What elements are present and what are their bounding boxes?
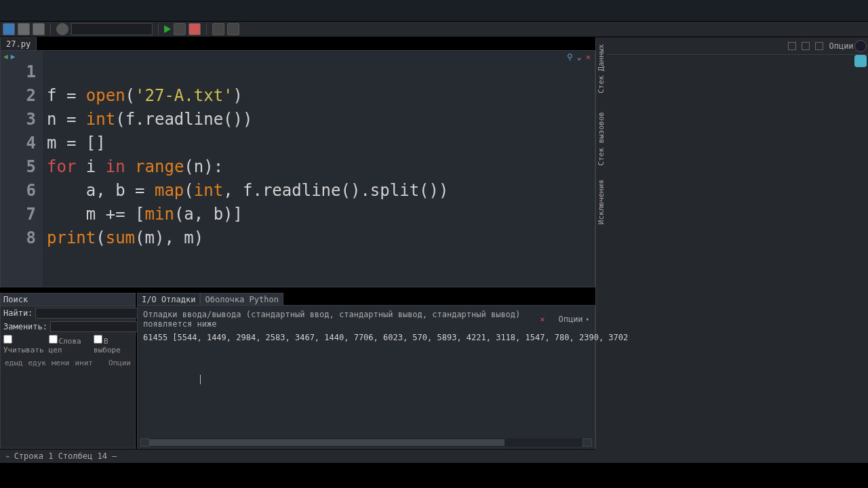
scroll-right-icon[interactable] [583,439,592,447]
toolbar-separator [50,23,51,35]
search-prev-button[interactable]: едыд [3,358,24,368]
find-input[interactable] [35,308,151,319]
step-icon[interactable] [227,23,239,35]
file-tab[interactable]: 27.py [0,37,37,50]
code-line: n = int(f.readline()) [47,110,252,129]
code-area[interactable]: f = open('27-A.txt') n = int(f.readline(… [43,51,595,287]
tab-call-stack[interactable]: Стек вызовов [597,112,606,165]
toolbar-separator [206,23,207,35]
replace-label: Заменить: [3,322,47,331]
search-panel: Поиск Найти: Заменить: Учитывать Слова ц… [0,293,136,449]
tool-icon[interactable] [854,55,867,67]
run-icon[interactable] [164,25,171,33]
debug-output-text[interactable]: 61455 [5544, 1449, 2984, 2583, 3467, 144… [143,333,589,342]
tab-exceptions[interactable]: Исключения [597,180,606,224]
nav-back-icon[interactable]: ◀ [3,52,8,61]
letterbox-bottom [0,463,868,488]
tab-debug-io[interactable]: I/O Отладки [137,293,200,306]
code-editor[interactable]: ◀ ▶ ⚲ ⌄ ✕ 12345678 f = open('27-A.txt') … [0,50,595,287]
line-gutter: 12345678 [1,51,43,287]
debug-options-button[interactable]: Опции [558,314,583,324]
code-line: m += [min(a, b)] [47,205,243,224]
far-right-toolbar [854,37,868,78]
chk-case[interactable]: Учитывать [3,335,46,354]
search-icon[interactable] [56,23,68,35]
code-line: a, b = map(int, f.readline().split()) [47,181,448,200]
bottom-tab-bar: I/O Отладки Оболочка Python [137,293,283,306]
bug-icon[interactable] [189,23,201,35]
save-all-icon[interactable] [33,23,45,35]
right-panel-body [606,55,868,461]
right-panel-header: Опции ▾ [606,37,868,55]
chevron-down-icon[interactable]: ▾ [586,316,589,323]
open-icon[interactable] [3,23,15,35]
debug-io-panel: Отладки ввода/вывода (стандартный ввод, … [137,305,595,449]
code-line: print(sum(m), m) [47,228,203,247]
clear-icon[interactable]: ✕ [540,314,545,324]
code-line: for i in range(n): [47,157,223,176]
right-sidebar-tabs: Стек Данных Стек вызовов Исключения [595,37,606,461]
bug-icon: ⌁ [5,452,10,461]
replace-button[interactable]: мени [50,358,71,368]
panel-icon[interactable] [788,42,796,50]
save-icon[interactable] [18,23,30,35]
options-button[interactable]: Опции [829,41,853,51]
status-bar: ⌁ Строка 1 Столбец 14 – [0,449,868,463]
tab-data-stack[interactable]: Стек Данных [597,44,606,94]
debug-icon[interactable] [174,23,186,35]
cursor-position: Строка 1 Столбец 14 – [14,451,117,461]
debug-header-text: Отладки ввода/вывода (стандартный ввод, … [143,310,540,329]
code-line: f = open('27-A.txt') [47,86,243,105]
main-toolbar [0,22,868,37]
search-next-button[interactable]: едук [27,358,48,368]
find-label: Найти: [3,308,33,318]
init-button[interactable]: инит [74,358,95,368]
panel-icon[interactable] [802,42,810,50]
pen-icon[interactable] [854,40,867,52]
chk-selection[interactable]: В выборе [94,335,132,354]
text-cursor [200,375,201,384]
code-line: m = [] [47,134,106,152]
menubar [0,0,868,22]
stop-icon[interactable] [212,23,224,35]
search-combo[interactable] [71,23,153,35]
scroll-left-icon[interactable] [140,439,150,447]
panel-icon[interactable] [815,42,823,50]
search-options-button[interactable]: Опции [107,358,132,368]
debug-hscroll[interactable] [140,439,592,447]
tab-python-shell[interactable]: Оболочка Python [200,293,283,306]
nav-fwd-icon[interactable]: ▶ [11,52,16,61]
toolbar-separator [158,23,159,35]
chk-word[interactable]: Слова цел [49,335,92,354]
search-title: Поиск [1,293,135,306]
